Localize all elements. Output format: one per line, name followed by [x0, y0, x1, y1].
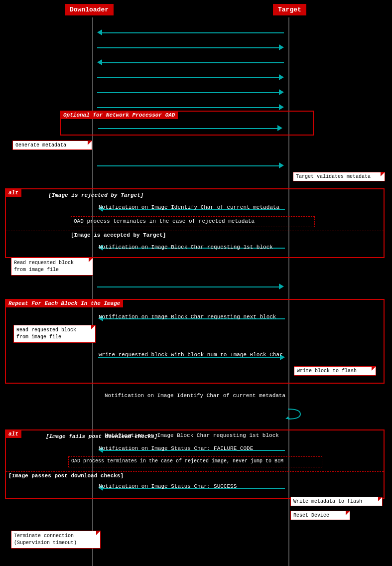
svg-marker-0: [285, 417, 290, 419]
target-validates-note: Target validates metadata: [293, 172, 385, 181]
arrow-1: [97, 29, 284, 37]
alt-divider: [6, 231, 384, 231]
write-metadata-note: Write metadata to flash: [290, 497, 383, 506]
metadata-arrow: [97, 162, 284, 170]
notify-block-1st-label: Notification on Image Block Char request…: [99, 244, 273, 250]
write-block-label: Write requested block with block num to …: [99, 352, 283, 358]
alt-rejected-label: [Image is rejected by Target]: [48, 192, 143, 198]
repeat-frame: Repeat For Each Block In the Image Read …: [5, 299, 385, 384]
self-arrow: [278, 407, 303, 423]
alt-frame-2-label: alt: [5, 430, 21, 438]
generate-metadata-note: Generate metadata: [12, 141, 92, 150]
arrow-3: [97, 59, 284, 67]
read-block-note-1: Read requested block from image file: [11, 258, 93, 276]
optional-frame: Optional for Network Processor OAD Write…: [60, 111, 314, 136]
sequence-diagram: Downloader Target Optional for Network P…: [0, 0, 392, 566]
oad-terminate-note-1: OAD process terminates in the case of re…: [71, 216, 315, 227]
write-img-count-label: Write to Img Count Char: [99, 120, 174, 126]
alt-frame-1-label: alt: [5, 189, 21, 197]
alt2-passes-label: [Image passes post download checks]: [8, 473, 124, 479]
arrow-4: [97, 74, 284, 82]
target-header: Target: [273, 4, 306, 15]
alt-accepted-label: [Image is accepted by Target]: [71, 232, 166, 238]
read-block-note-2: Read requested block from image file: [13, 325, 96, 343]
failure-code-label: Notification on Image Status Char: FAILU…: [99, 445, 253, 451]
reset-device-note: Reset Device: [290, 511, 350, 520]
arrow-6: [97, 104, 284, 112]
send-block-arrow: [97, 283, 284, 291]
optional-frame-label: Optional for Network Processor OAD: [60, 111, 178, 119]
repeat-frame-label: Repeat For Each Block In the Image: [5, 299, 123, 307]
terminate-connection-note: Terminate connection (Supervision timeou…: [11, 531, 101, 549]
optional-arrow: [98, 125, 282, 133]
notify-identify-label: Notification on Image Identify Char of c…: [99, 204, 279, 210]
write-flash-note: Write block to flash: [294, 366, 376, 376]
notify-block-next-label: Notification on Image Block Char request…: [99, 314, 276, 320]
alt2-divider: [6, 471, 384, 472]
arrow-5: [97, 89, 284, 97]
alt-arrow-1-label: Notification on Image Identify Char of c…: [105, 393, 285, 399]
alt2-fails-label: [Image fails post download checks]: [46, 433, 157, 439]
success-label: Notification on Image Status Char: SUCCE…: [99, 483, 237, 489]
arrow-2: [97, 44, 284, 52]
oad-terminate-note-2: OAD process terminates in the case of re…: [68, 456, 322, 467]
downloader-header: Downloader: [65, 4, 114, 15]
